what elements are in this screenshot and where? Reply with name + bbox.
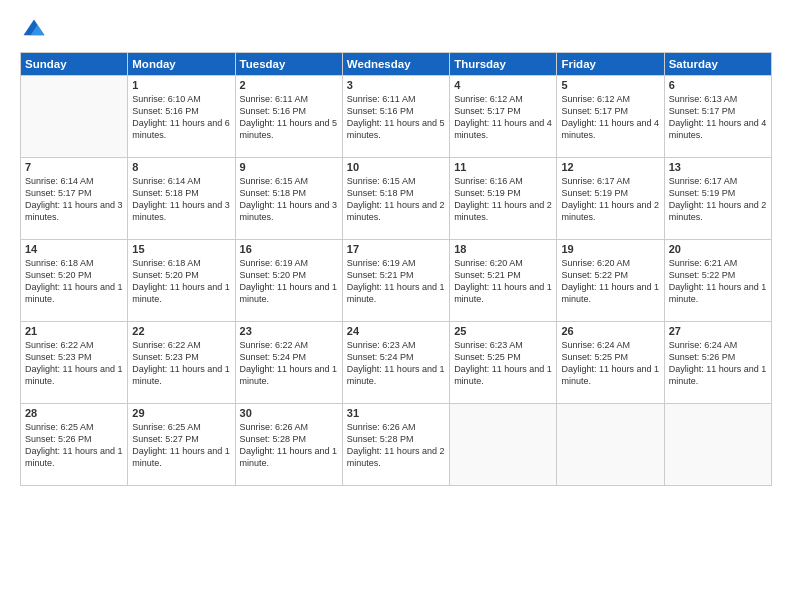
day-info: Sunrise: 6:11 AM Sunset: 5:16 PM Dayligh… [347, 93, 445, 142]
day-number: 2 [240, 79, 338, 91]
calendar-cell: 25Sunrise: 6:23 AM Sunset: 5:25 PM Dayli… [450, 322, 557, 404]
calendar-cell: 28Sunrise: 6:25 AM Sunset: 5:26 PM Dayli… [21, 404, 128, 486]
calendar-cell: 4Sunrise: 6:12 AM Sunset: 5:17 PM Daylig… [450, 76, 557, 158]
calendar-cell: 16Sunrise: 6:19 AM Sunset: 5:20 PM Dayli… [235, 240, 342, 322]
day-header-wednesday: Wednesday [342, 53, 449, 76]
week-row-4: 21Sunrise: 6:22 AM Sunset: 5:23 PM Dayli… [21, 322, 772, 404]
week-row-3: 14Sunrise: 6:18 AM Sunset: 5:20 PM Dayli… [21, 240, 772, 322]
day-header-thursday: Thursday [450, 53, 557, 76]
calendar-cell: 22Sunrise: 6:22 AM Sunset: 5:23 PM Dayli… [128, 322, 235, 404]
calendar-cell: 1Sunrise: 6:10 AM Sunset: 5:16 PM Daylig… [128, 76, 235, 158]
calendar-cell: 7Sunrise: 6:14 AM Sunset: 5:17 PM Daylig… [21, 158, 128, 240]
day-number: 6 [669, 79, 767, 91]
day-info: Sunrise: 6:14 AM Sunset: 5:18 PM Dayligh… [132, 175, 230, 224]
day-info: Sunrise: 6:25 AM Sunset: 5:27 PM Dayligh… [132, 421, 230, 470]
day-number: 1 [132, 79, 230, 91]
day-number: 9 [240, 161, 338, 173]
day-number: 13 [669, 161, 767, 173]
day-info: Sunrise: 6:19 AM Sunset: 5:20 PM Dayligh… [240, 257, 338, 306]
calendar-cell: 9Sunrise: 6:15 AM Sunset: 5:18 PM Daylig… [235, 158, 342, 240]
day-info: Sunrise: 6:24 AM Sunset: 5:26 PM Dayligh… [669, 339, 767, 388]
day-number: 17 [347, 243, 445, 255]
day-number: 19 [561, 243, 659, 255]
calendar-cell: 10Sunrise: 6:15 AM Sunset: 5:18 PM Dayli… [342, 158, 449, 240]
calendar-cell [21, 76, 128, 158]
day-info: Sunrise: 6:26 AM Sunset: 5:28 PM Dayligh… [240, 421, 338, 470]
day-info: Sunrise: 6:16 AM Sunset: 5:19 PM Dayligh… [454, 175, 552, 224]
calendar-cell: 8Sunrise: 6:14 AM Sunset: 5:18 PM Daylig… [128, 158, 235, 240]
day-info: Sunrise: 6:22 AM Sunset: 5:23 PM Dayligh… [25, 339, 123, 388]
calendar-cell: 13Sunrise: 6:17 AM Sunset: 5:19 PM Dayli… [664, 158, 771, 240]
calendar-cell: 14Sunrise: 6:18 AM Sunset: 5:20 PM Dayli… [21, 240, 128, 322]
day-info: Sunrise: 6:23 AM Sunset: 5:24 PM Dayligh… [347, 339, 445, 388]
day-number: 7 [25, 161, 123, 173]
calendar-cell: 29Sunrise: 6:25 AM Sunset: 5:27 PM Dayli… [128, 404, 235, 486]
calendar-cell: 30Sunrise: 6:26 AM Sunset: 5:28 PM Dayli… [235, 404, 342, 486]
calendar-cell [557, 404, 664, 486]
day-info: Sunrise: 6:24 AM Sunset: 5:25 PM Dayligh… [561, 339, 659, 388]
day-header-sunday: Sunday [21, 53, 128, 76]
day-number: 10 [347, 161, 445, 173]
calendar-cell: 6Sunrise: 6:13 AM Sunset: 5:17 PM Daylig… [664, 76, 771, 158]
week-row-5: 28Sunrise: 6:25 AM Sunset: 5:26 PM Dayli… [21, 404, 772, 486]
day-number: 3 [347, 79, 445, 91]
calendar-cell: 26Sunrise: 6:24 AM Sunset: 5:25 PM Dayli… [557, 322, 664, 404]
day-number: 11 [454, 161, 552, 173]
day-info: Sunrise: 6:17 AM Sunset: 5:19 PM Dayligh… [561, 175, 659, 224]
day-info: Sunrise: 6:25 AM Sunset: 5:26 PM Dayligh… [25, 421, 123, 470]
logo [20, 16, 52, 44]
day-number: 4 [454, 79, 552, 91]
day-number: 16 [240, 243, 338, 255]
calendar-cell: 2Sunrise: 6:11 AM Sunset: 5:16 PM Daylig… [235, 76, 342, 158]
day-number: 24 [347, 325, 445, 337]
day-info: Sunrise: 6:12 AM Sunset: 5:17 PM Dayligh… [454, 93, 552, 142]
calendar-cell: 31Sunrise: 6:26 AM Sunset: 5:28 PM Dayli… [342, 404, 449, 486]
day-info: Sunrise: 6:22 AM Sunset: 5:24 PM Dayligh… [240, 339, 338, 388]
day-number: 14 [25, 243, 123, 255]
calendar-cell: 3Sunrise: 6:11 AM Sunset: 5:16 PM Daylig… [342, 76, 449, 158]
day-number: 23 [240, 325, 338, 337]
day-header-friday: Friday [557, 53, 664, 76]
day-number: 12 [561, 161, 659, 173]
day-info: Sunrise: 6:11 AM Sunset: 5:16 PM Dayligh… [240, 93, 338, 142]
day-info: Sunrise: 6:21 AM Sunset: 5:22 PM Dayligh… [669, 257, 767, 306]
day-info: Sunrise: 6:20 AM Sunset: 5:22 PM Dayligh… [561, 257, 659, 306]
page: SundayMondayTuesdayWednesdayThursdayFrid… [0, 0, 792, 612]
day-number: 22 [132, 325, 230, 337]
day-number: 5 [561, 79, 659, 91]
calendar-cell: 24Sunrise: 6:23 AM Sunset: 5:24 PM Dayli… [342, 322, 449, 404]
header [20, 16, 772, 44]
calendar-cell: 11Sunrise: 6:16 AM Sunset: 5:19 PM Dayli… [450, 158, 557, 240]
week-row-2: 7Sunrise: 6:14 AM Sunset: 5:17 PM Daylig… [21, 158, 772, 240]
calendar-cell: 5Sunrise: 6:12 AM Sunset: 5:17 PM Daylig… [557, 76, 664, 158]
calendar-cell: 23Sunrise: 6:22 AM Sunset: 5:24 PM Dayli… [235, 322, 342, 404]
week-row-1: 1Sunrise: 6:10 AM Sunset: 5:16 PM Daylig… [21, 76, 772, 158]
calendar-cell [664, 404, 771, 486]
calendar-cell: 12Sunrise: 6:17 AM Sunset: 5:19 PM Dayli… [557, 158, 664, 240]
calendar-cell: 20Sunrise: 6:21 AM Sunset: 5:22 PM Dayli… [664, 240, 771, 322]
day-header-saturday: Saturday [664, 53, 771, 76]
calendar-header-row: SundayMondayTuesdayWednesdayThursdayFrid… [21, 53, 772, 76]
calendar-cell: 19Sunrise: 6:20 AM Sunset: 5:22 PM Dayli… [557, 240, 664, 322]
calendar-cell: 17Sunrise: 6:19 AM Sunset: 5:21 PM Dayli… [342, 240, 449, 322]
day-header-monday: Monday [128, 53, 235, 76]
day-info: Sunrise: 6:19 AM Sunset: 5:21 PM Dayligh… [347, 257, 445, 306]
day-info: Sunrise: 6:15 AM Sunset: 5:18 PM Dayligh… [347, 175, 445, 224]
day-number: 20 [669, 243, 767, 255]
day-info: Sunrise: 6:22 AM Sunset: 5:23 PM Dayligh… [132, 339, 230, 388]
calendar-cell: 15Sunrise: 6:18 AM Sunset: 5:20 PM Dayli… [128, 240, 235, 322]
day-number: 26 [561, 325, 659, 337]
day-number: 29 [132, 407, 230, 419]
day-info: Sunrise: 6:23 AM Sunset: 5:25 PM Dayligh… [454, 339, 552, 388]
day-number: 25 [454, 325, 552, 337]
calendar-cell: 27Sunrise: 6:24 AM Sunset: 5:26 PM Dayli… [664, 322, 771, 404]
logo-icon [20, 16, 48, 44]
day-info: Sunrise: 6:18 AM Sunset: 5:20 PM Dayligh… [132, 257, 230, 306]
calendar-cell: 18Sunrise: 6:20 AM Sunset: 5:21 PM Dayli… [450, 240, 557, 322]
day-number: 27 [669, 325, 767, 337]
calendar: SundayMondayTuesdayWednesdayThursdayFrid… [20, 52, 772, 486]
calendar-cell [450, 404, 557, 486]
day-header-tuesday: Tuesday [235, 53, 342, 76]
day-info: Sunrise: 6:12 AM Sunset: 5:17 PM Dayligh… [561, 93, 659, 142]
day-info: Sunrise: 6:15 AM Sunset: 5:18 PM Dayligh… [240, 175, 338, 224]
